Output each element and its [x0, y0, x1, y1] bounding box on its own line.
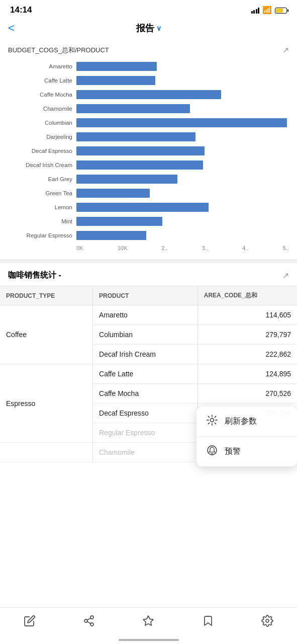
table-expand-icon[interactable]: ↗ [282, 271, 289, 280]
bar-label: Caffe Mocha [6, 92, 76, 98]
xaxis-label-4: 4.. [242, 245, 248, 251]
nav-edit[interactable] [16, 613, 44, 632]
bar-fill [76, 76, 155, 85]
product-cell: Columbian [93, 325, 198, 345]
status-bar: 14:14 📶 [0, 0, 297, 18]
nav-star[interactable] [134, 613, 162, 632]
home-indicator [119, 639, 179, 641]
bar-track [76, 231, 289, 240]
bar-row: Regular Espresso [6, 229, 289, 242]
bar-track [76, 118, 289, 127]
share-icon [83, 615, 95, 630]
value-cell: 124,895 [197, 364, 297, 384]
context-menu: 刷新参数 预警 [196, 407, 297, 466]
bar-label: Green Tea [6, 190, 76, 196]
bookmark-icon [202, 615, 214, 630]
bar-track [76, 62, 289, 71]
back-button[interactable]: < [8, 22, 15, 35]
bar-row: Amaretto [6, 60, 289, 73]
bar-track [76, 132, 289, 141]
product-cell: Chamomile [93, 443, 198, 462]
bar-label: Caffe Latte [6, 77, 76, 84]
bar-fill [76, 175, 177, 184]
bar-row: Decaf Irish Cream [6, 158, 289, 172]
bar-row: Caffe Latte [6, 74, 289, 87]
table-row: Coffee Amaretto 114,605 [0, 305, 297, 325]
refresh-params-icon [207, 415, 218, 428]
col-header-area-code: AREA_CODE_总和 [197, 286, 297, 305]
nav-bookmark[interactable] [194, 613, 222, 632]
xaxis-label-3: 3.. [202, 245, 208, 251]
value-cell: 270,526 [197, 384, 297, 404]
bar-fill [76, 132, 195, 141]
bar-fill [76, 160, 203, 170]
table-wrapper: PRODUCT_TYPE PRODUCT AREA_CODE_总和 Coffee… [0, 286, 297, 462]
svg-line-5 [87, 622, 91, 624]
bar-label: Regular Espresso [6, 232, 76, 238]
chart-header: BUDGET_COGS_总和/PRODUCT ↗ [6, 39, 291, 60]
battery-icon [275, 6, 287, 15]
title-chevron-icon[interactable]: ∨ [156, 24, 161, 32]
bar-label: Decaf Espresso [6, 148, 76, 154]
status-time: 14:14 [10, 5, 32, 15]
bar-track [76, 76, 289, 85]
header-title-group: 报告 ∨ [136, 22, 161, 34]
chart-xaxis: 0K 10K 2.. 3.. 4.. 5.. [76, 245, 289, 251]
bar-fill [76, 62, 157, 71]
bar-row: Mint [6, 215, 289, 228]
chart-expand-icon[interactable]: ↗ [282, 45, 289, 55]
section-divider [0, 259, 297, 263]
bar-row: Decaf Espresso [6, 144, 289, 157]
chart-container: AmarettoCaffe LatteCaffe MochaChamomileC… [6, 60, 291, 251]
bar-fill [76, 231, 146, 240]
bar-track [76, 189, 289, 198]
settings-icon [261, 615, 273, 630]
bar-fill [76, 146, 205, 155]
value-cell: 222,862 [197, 345, 297, 364]
context-menu-item-refresh[interactable]: 刷新参数 [196, 407, 297, 437]
bar-fill [76, 217, 162, 226]
svg-point-8 [266, 619, 269, 622]
context-menu-alert-label: 预警 [225, 446, 241, 457]
nav-share[interactable] [75, 613, 103, 632]
xaxis-label-0: 0K [76, 245, 83, 251]
bar-track [76, 217, 289, 226]
product-cell: Caffe Mocha [93, 384, 198, 404]
bar-row: Caffe Mocha [6, 88, 289, 101]
context-menu-item-alert[interactable]: 预警 [196, 437, 297, 466]
bar-track [76, 104, 289, 113]
col-header-product-type: PRODUCT_TYPE [0, 286, 93, 305]
bar-fill [76, 203, 209, 212]
xaxis-label-5: 5.. [283, 245, 289, 251]
bar-fill [76, 104, 190, 113]
signal-icon [251, 7, 260, 14]
table-section-header: 咖啡销售统计 - ↗ [0, 263, 297, 286]
bar-label: Earl Grey [6, 176, 76, 182]
table-section: 咖啡销售统计 - ↗ PRODUCT_TYPE PRODUCT AREA_COD… [0, 263, 297, 462]
status-icons: 📶 [251, 6, 287, 15]
bar-track [76, 203, 289, 212]
bar-chart: AmarettoCaffe LatteCaffe MochaChamomileC… [6, 60, 289, 243]
type-cell-tea [0, 443, 93, 462]
svg-point-0 [211, 419, 214, 422]
value-cell: 279,797 [197, 325, 297, 345]
col-header-product: PRODUCT [93, 286, 198, 305]
context-menu-refresh-label: 刷新参数 [225, 416, 257, 427]
svg-marker-7 [143, 616, 153, 625]
bar-fill [76, 90, 221, 99]
bar-row: Earl Grey [6, 173, 289, 186]
xaxis-label-1: 10K [118, 245, 128, 251]
nav-settings[interactable] [253, 613, 281, 632]
type-cell-espresso: Espresso [0, 364, 93, 443]
page-title: 报告 [136, 22, 154, 34]
bar-label: Columbian [6, 120, 76, 126]
bar-label: Lemon [6, 204, 76, 210]
type-cell-coffee: Coffee [0, 305, 93, 364]
svg-line-6 [87, 618, 91, 620]
bar-label: Mint [6, 218, 76, 224]
product-cell: Amaretto [93, 305, 198, 325]
header: < 报告 ∨ [0, 18, 297, 39]
bar-row: Columbian [6, 116, 289, 129]
bar-track [76, 175, 289, 184]
bar-row: Chamomile [6, 102, 289, 115]
